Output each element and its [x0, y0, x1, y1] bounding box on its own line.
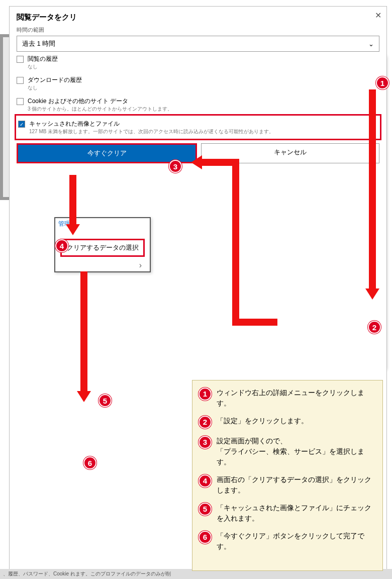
step-badge: 2 — [199, 416, 212, 429]
instruction-row: 4画面右の「クリアするデータの選択」をクリックします。 — [199, 474, 376, 496]
clear-browsing-dialog: 閲覧データをクリ ✕ 時間の範囲 過去 1 時間⌄ 閲覧の履歴なしダウンロードの… — [0, 34, 161, 200]
clear-data-option[interactable]: Cookie およびその他のサイト データ3 個のサイトから。ほとんどのサイトか… — [17, 94, 161, 115]
clear-data-option[interactable]: ダウンロードの履歴なし — [17, 73, 161, 94]
step-badge: 5 — [199, 503, 212, 516]
clear-data-option[interactable]: 閲覧の履歴なし — [17, 52, 161, 73]
instruction-row: 5「キャッシュされた画像とファイル」にチェックを入れます。 — [199, 503, 376, 524]
overlay-badge-4: 4 — [55, 239, 68, 252]
step-badge: 4 — [199, 474, 212, 488]
overlay-badge-3: 3 — [169, 160, 182, 173]
chevron-right-icon: › — [55, 257, 150, 270]
choose-data-button[interactable]: クリアするデータの選択 — [60, 239, 145, 257]
instruction-row: 6「今すぐクリア」ボタンをクリックして完了です。 — [199, 531, 376, 552]
overlay-badge-1: 1 — [376, 76, 389, 89]
overlay-badge-5: 5 — [99, 394, 112, 407]
step-badge: 6 — [199, 531, 212, 544]
checkbox[interactable] — [17, 77, 24, 84]
checkbox[interactable] — [17, 98, 24, 105]
clear-data-option[interactable]: ✓キャッシュされた画像とファイル127 MB 未満を解放します。一部のサイトでは… — [18, 117, 161, 138]
step-badge: 1 — [199, 388, 212, 401]
overlay-badge-6: 6 — [83, 456, 96, 469]
instructions-panel: 1ウィンドウ右上の詳細メニューをクリックします。2「設定」をクリックします。3設… — [192, 380, 383, 571]
clear-now-button[interactable]: 今すぐクリア — [17, 143, 161, 163]
checkbox[interactable] — [17, 56, 24, 63]
instruction-row: 2「設定」をクリックします。 — [199, 416, 376, 429]
time-range-select[interactable]: 過去 1 時間⌄ — [17, 36, 161, 52]
instruction-row: 3設定画面が開くので、「プライバシー、検索、サービス」を選択します。 — [199, 436, 376, 467]
checkbox[interactable]: ✓ — [18, 121, 25, 128]
instruction-row: 1ウィンドウ右上の詳細メニューをクリックします。 — [199, 388, 376, 409]
step-badge: 3 — [199, 436, 212, 449]
overlay-badge-2: 2 — [368, 321, 381, 334]
